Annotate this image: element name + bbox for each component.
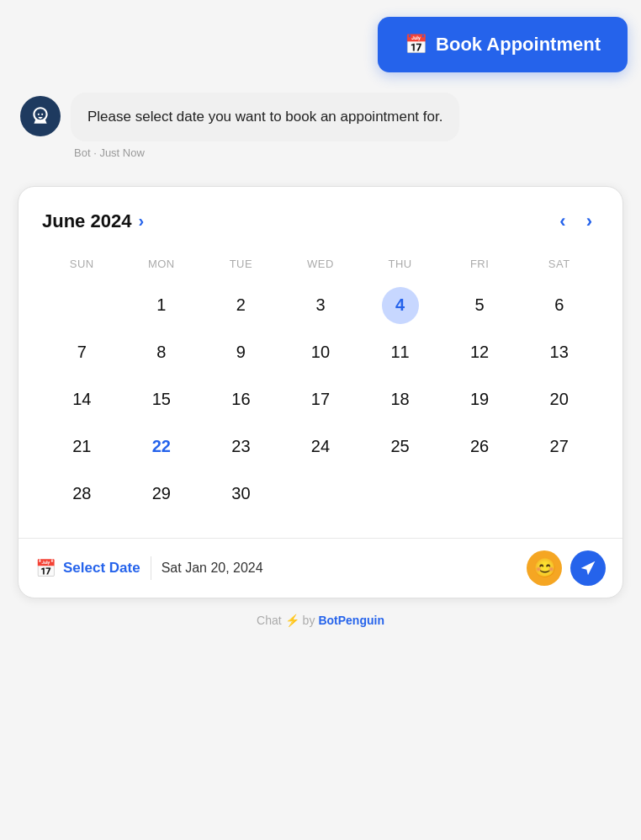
footer-divider xyxy=(151,556,151,580)
calendar-cell-21[interactable]: 21 xyxy=(63,428,100,465)
calendar-footer-icon: 📅 xyxy=(35,558,56,578)
calendar-cell-10[interactable]: 10 xyxy=(302,334,339,371)
calendar-cell-25[interactable]: 25 xyxy=(382,428,419,465)
selected-date-display: Sat Jan 20, 2024 xyxy=(162,561,517,576)
chat-sender: Bot xyxy=(74,146,91,159)
calendar-body: June 2024 › ‹ › SUN MON TUE WED THU FRI … xyxy=(19,187,622,538)
calendar-cell-empty-5 xyxy=(541,476,578,513)
chat-area: Please select date you want to book an a… xyxy=(13,93,628,159)
calendar-cell-3[interactable]: 3 xyxy=(302,287,339,324)
calendar-header: June 2024 › ‹ › xyxy=(42,207,599,236)
calendar-cell-empty-4 xyxy=(461,476,498,513)
calendar-title-chevron[interactable]: › xyxy=(138,211,144,231)
chat-meta: Bot · Just Now xyxy=(71,146,459,159)
calendar-cell-8[interactable]: 8 xyxy=(143,334,180,371)
calendar-cell-6[interactable]: 6 xyxy=(541,287,578,324)
lightning-icon: ⚡ xyxy=(285,614,299,627)
calendar-cell-4[interactable]: 4 xyxy=(382,287,419,324)
calendar-cell-28[interactable]: 28 xyxy=(63,476,100,513)
branding-by: by xyxy=(303,614,315,627)
calendar-cell-11[interactable]: 11 xyxy=(382,334,419,371)
calendar-cell-30[interactable]: 30 xyxy=(222,476,259,513)
calendar-cell-15[interactable]: 15 xyxy=(143,381,180,418)
calendar-prev-button[interactable]: ‹ xyxy=(553,207,572,236)
calendar-cell-16[interactable]: 16 xyxy=(222,381,259,418)
calendar-cell-23[interactable]: 23 xyxy=(222,428,259,465)
calendar-cell-empty-2 xyxy=(302,476,339,513)
day-header-mon: MON xyxy=(122,253,202,275)
calendar-cell-9[interactable]: 9 xyxy=(222,334,259,371)
chat-time: Just Now xyxy=(99,146,144,159)
calendar-grid: 1 2 3 4 5 6 7 8 9 10 11 12 13 14 15 16 1… xyxy=(42,282,599,518)
calendar-cell-empty-3 xyxy=(382,476,419,513)
calendar-cell-empty xyxy=(63,287,100,324)
emoji-picker-button[interactable]: 😊 xyxy=(527,550,562,586)
day-header-sat: SAT xyxy=(519,253,599,275)
branding: Chat ⚡ by BotPenguin xyxy=(257,614,384,627)
day-header-thu: THU xyxy=(360,253,440,275)
send-button[interactable] xyxy=(570,550,606,586)
header: 📅 Book Appointment xyxy=(13,17,628,72)
branding-chat-text: Chat xyxy=(257,614,282,627)
calendar-icon: 📅 xyxy=(405,34,427,56)
chat-message-wrapper: Please select date you want to book an a… xyxy=(71,93,459,159)
chat-separator: · xyxy=(93,146,97,159)
calendar-cell-20[interactable]: 20 xyxy=(541,381,578,418)
chat-message-text: Please select date you want to book an a… xyxy=(87,109,442,125)
calendar-footer: 📅 Select Date Sat Jan 20, 2024 😊 xyxy=(19,538,622,598)
calendar-cell-17[interactable]: 17 xyxy=(302,381,339,418)
book-appointment-button[interactable]: 📅 Book Appointment xyxy=(378,17,628,72)
send-icon xyxy=(580,560,596,577)
day-header-sun: SUN xyxy=(42,253,122,275)
calendar-cell-27[interactable]: 27 xyxy=(541,428,578,465)
calendar-cell-22[interactable]: 22 xyxy=(143,428,180,465)
bot-icon xyxy=(29,105,51,127)
calendar-widget: June 2024 › ‹ › SUN MON TUE WED THU FRI … xyxy=(18,186,623,598)
calendar-cell-24[interactable]: 24 xyxy=(302,428,339,465)
calendar-cell-26[interactable]: 26 xyxy=(461,428,498,465)
select-date-button[interactable]: 📅 Select Date xyxy=(35,555,140,582)
day-header-fri: FRI xyxy=(440,253,520,275)
calendar-cell-29[interactable]: 29 xyxy=(143,476,180,513)
calendar-cell-7[interactable]: 7 xyxy=(63,334,100,371)
calendar-cell-14[interactable]: 14 xyxy=(63,381,100,418)
calendar-cell-12[interactable]: 12 xyxy=(461,334,498,371)
day-header-wed: WED xyxy=(281,253,361,275)
calendar-title-group: June 2024 › xyxy=(42,210,144,232)
emoji-icon: 😊 xyxy=(533,557,556,579)
footer-actions: 😊 xyxy=(527,550,606,586)
calendar-nav-buttons: ‹ › xyxy=(553,207,599,236)
calendar-cell-5[interactable]: 5 xyxy=(461,287,498,324)
calendar-cell-19[interactable]: 19 xyxy=(461,381,498,418)
day-header-tue: TUE xyxy=(201,253,281,275)
calendar-cell-13[interactable]: 13 xyxy=(541,334,578,371)
calendar-day-headers: SUN MON TUE WED THU FRI SAT xyxy=(42,253,599,275)
chat-bubble: Please select date you want to book an a… xyxy=(71,93,459,141)
bot-avatar xyxy=(20,96,61,136)
branding-brand-name: BotPenguin xyxy=(318,614,384,627)
calendar-cell-1[interactable]: 1 xyxy=(143,287,180,324)
select-date-label: Select Date xyxy=(63,560,140,577)
calendar-cell-18[interactable]: 18 xyxy=(382,381,419,418)
book-appointment-label: Book Appointment xyxy=(436,34,601,56)
calendar-title: June 2024 xyxy=(42,210,131,232)
calendar-cell-2[interactable]: 2 xyxy=(222,287,259,324)
calendar-next-button[interactable]: › xyxy=(580,207,599,236)
